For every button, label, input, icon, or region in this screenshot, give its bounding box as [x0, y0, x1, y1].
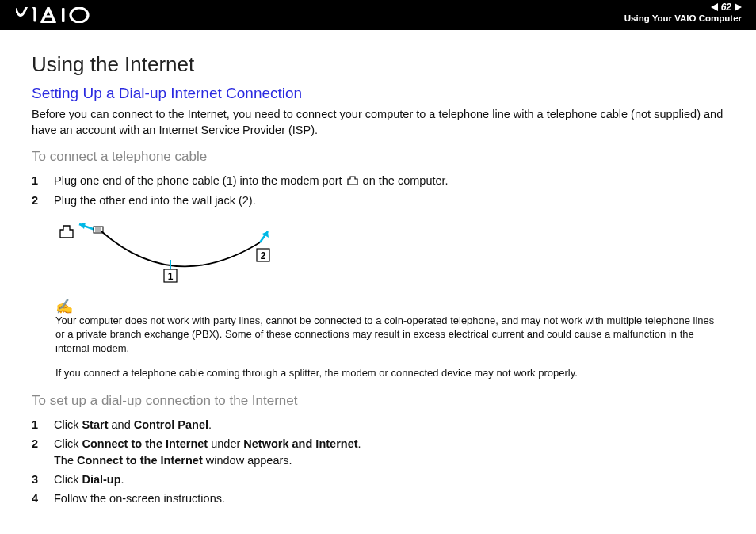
section-title: Setting Up a Dial-up Internet Connection	[32, 85, 724, 102]
cable-diagram: 1 2	[55, 220, 724, 287]
vaio-logo	[16, 7, 92, 23]
next-page-icon[interactable]	[735, 3, 742, 11]
intro-paragraph: Before you can connect to the Internet, …	[32, 107, 724, 138]
note-block: ✍ Your computer does not work with party…	[55, 298, 724, 356]
svg-text:1: 1	[168, 271, 174, 282]
note-text-2: If you connect a telephone cable coming …	[55, 366, 724, 380]
header-subtitle: Using Your VAIO Computer	[624, 13, 742, 23]
step-2-2: 2 Click Connect to the Internet under Ne…	[32, 436, 724, 469]
page-navigator: 62	[624, 2, 742, 13]
step-1-1: 1 Plug one end of the phone cable (1) in…	[32, 173, 724, 190]
subsection-title-2: To set up a dial-up connection to the In…	[32, 393, 724, 409]
subsection-title-1: To connect a telephone cable	[32, 149, 724, 165]
step-2-1: 1 Click Start and Control Panel.	[32, 417, 724, 433]
step-2-4: 4 Follow the on-screen instructions.	[32, 490, 724, 507]
steps-list-2: 1 Click Start and Control Panel. 2 Click…	[32, 417, 724, 507]
header-right: 62 Using Your VAIO Computer	[624, 2, 742, 23]
modem-port-icon	[347, 174, 358, 190]
note-icon: ✍	[55, 298, 724, 315]
header-bar: 62 Using Your VAIO Computer	[0, 0, 756, 30]
step-1-2: 2 Plug the other end into the wall jack …	[32, 193, 724, 209]
svg-text:2: 2	[261, 250, 266, 261]
step-2-3: 3 Click Dial-up.	[32, 471, 724, 488]
page-title: Using the Internet	[32, 52, 724, 77]
note-text-1: Your computer does not work with party l…	[55, 314, 724, 356]
steps-list-1: 1 Plug one end of the phone cable (1) in…	[32, 173, 724, 209]
page-content: Using the Internet Setting Up a Dial-up …	[0, 30, 756, 531]
svg-point-3	[71, 8, 88, 22]
svg-rect-2	[62, 8, 65, 22]
page-number: 62	[721, 2, 731, 13]
prev-page-icon[interactable]	[711, 3, 718, 11]
